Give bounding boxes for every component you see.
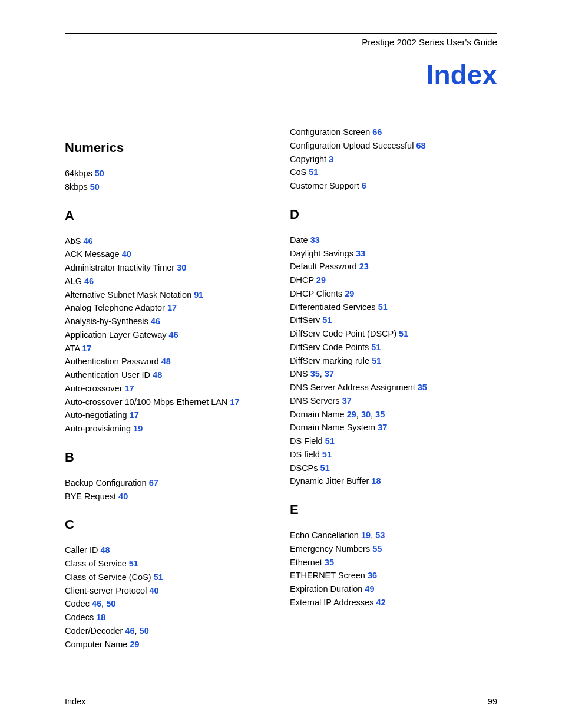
page-ref[interactable]: 42: [376, 598, 385, 607]
page-ref[interactable]: 51: [325, 436, 335, 446]
page-ref[interactable]: 17: [230, 397, 239, 407]
page-ref[interactable]: 33: [310, 235, 320, 245]
page-ref[interactable]: 18: [371, 476, 381, 486]
page-ref[interactable]: 37: [325, 369, 334, 378]
page-ref[interactable]: 51: [322, 315, 332, 325]
page-ref[interactable]: 51: [378, 302, 388, 312]
page-ref[interactable]: 51: [320, 463, 330, 473]
page-ref[interactable]: 51: [372, 356, 381, 365]
page-ref[interactable]: 17: [130, 410, 139, 420]
index-entry: ALG 46: [65, 275, 272, 288]
index-entry: Configuration Upload Successful 68: [290, 140, 497, 153]
page-ref[interactable]: 46: [125, 626, 134, 635]
page-ref[interactable]: 19: [133, 424, 143, 433]
index-term: Authentication Password: [65, 357, 161, 366]
page-ref[interactable]: 6: [362, 181, 366, 190]
page-ref[interactable]: 46: [151, 317, 160, 326]
separator: ,: [371, 531, 375, 540]
index-entry: External IP Addresses 42: [290, 597, 497, 610]
index-entry: Analog Telephone Adaptor 17: [65, 302, 272, 315]
page-ref[interactable]: 35: [325, 558, 334, 567]
page-ref[interactable]: 51: [371, 342, 381, 352]
page-ref[interactable]: 50: [140, 626, 149, 635]
page-ref[interactable]: 49: [365, 584, 374, 594]
page-ref[interactable]: 29: [316, 275, 326, 285]
index-entry: DNS Server Address Assignment 35: [290, 381, 497, 394]
index-entry: Date 33: [290, 234, 497, 247]
page-ref[interactable]: 48: [161, 357, 171, 366]
page-ref[interactable]: 68: [416, 141, 425, 150]
page-ref[interactable]: 55: [372, 544, 382, 554]
index-entry: DHCP Clients 29: [290, 288, 497, 301]
index-term: Administrator Inactivity Timer: [65, 263, 177, 272]
separator: ,: [135, 626, 140, 635]
index-term: Codec: [65, 599, 92, 608]
page-ref[interactable]: 30: [361, 410, 371, 419]
page-ref[interactable]: 48: [100, 545, 110, 555]
page-ref[interactable]: 91: [194, 290, 203, 299]
section-heading: D: [290, 207, 497, 222]
index-entry: Codec 46, 50: [65, 598, 272, 611]
page-ref[interactable]: 29: [347, 410, 356, 419]
index-entry: ACK Message 40: [65, 248, 272, 261]
index-entry: Configuration Screen 66: [290, 126, 497, 139]
page-ref[interactable]: 17: [125, 384, 134, 393]
separator: ,: [101, 599, 106, 608]
page-ref[interactable]: 37: [378, 423, 387, 432]
page: Prestige 2002 Series User's Guide Index …: [0, 0, 562, 706]
index-term: BYE Request: [65, 492, 118, 501]
page-ref[interactable]: 35: [310, 369, 320, 378]
index-term: DSCPs: [290, 463, 320, 473]
page-ref[interactable]: 17: [167, 303, 177, 312]
index-term: Differentiated Services: [290, 302, 378, 312]
index-term: 64kbps: [65, 169, 95, 178]
page-ref[interactable]: 17: [82, 344, 91, 353]
page-ref[interactable]: 40: [149, 586, 158, 595]
page-ref[interactable]: 46: [169, 330, 178, 340]
page-ref[interactable]: 46: [83, 236, 92, 246]
page-ref[interactable]: 33: [356, 249, 365, 258]
page-ref[interactable]: 3: [329, 154, 333, 164]
index-term: Ethernet: [290, 558, 325, 567]
page-ref[interactable]: 29: [130, 640, 139, 649]
page-ref[interactable]: 50: [106, 599, 115, 608]
index-entry: DS field 51: [290, 449, 497, 462]
page-ref[interactable]: 35: [375, 410, 385, 419]
index-term: ETHERNET Screen: [290, 571, 368, 580]
page-ref[interactable]: 53: [375, 531, 385, 540]
index-entry: Customer Support 6: [290, 180, 497, 193]
page-ref[interactable]: 37: [342, 396, 352, 406]
page-ref[interactable]: 40: [118, 492, 128, 501]
page-ref[interactable]: 50: [95, 169, 104, 178]
index-entry: DNS 35, 37: [290, 368, 497, 381]
page-ref[interactable]: 66: [372, 127, 382, 137]
page-ref[interactable]: 35: [418, 383, 427, 392]
page-ref[interactable]: 40: [122, 249, 131, 259]
page-ref[interactable]: 67: [149, 478, 158, 487]
page-ref[interactable]: 51: [309, 167, 318, 177]
index-term: DiffServ marking rule: [290, 356, 372, 365]
index-term: Emergency Numbers: [290, 544, 372, 554]
page-ref[interactable]: 51: [129, 559, 138, 568]
page-ref[interactable]: 51: [322, 450, 332, 459]
page-ref[interactable]: 46: [84, 276, 94, 286]
index-entry: CoS 51: [290, 166, 497, 179]
page-ref[interactable]: 18: [96, 612, 105, 622]
page-ref[interactable]: 23: [359, 262, 369, 271]
page-ref[interactable]: 48: [153, 370, 162, 380]
page-ref[interactable]: 29: [345, 289, 354, 298]
page-title: Index: [65, 59, 497, 91]
index-term: Application Layer Gateway: [65, 330, 169, 340]
page-ref[interactable]: 51: [154, 572, 163, 582]
page-ref[interactable]: 36: [368, 571, 377, 580]
page-ref[interactable]: 50: [90, 182, 100, 192]
index-entry: Copyright 3: [290, 153, 497, 166]
page-ref[interactable]: 19: [361, 531, 371, 540]
page-ref[interactable]: 46: [92, 599, 101, 608]
index-term: Analysis-by-Synthesis: [65, 317, 151, 326]
page-ref[interactable]: 30: [177, 263, 186, 272]
index-term: Default Password: [290, 262, 359, 271]
index-entry: DiffServ Code Point (DSCP) 51: [290, 328, 497, 341]
page-ref[interactable]: 51: [399, 329, 408, 338]
index-term: DiffServ Code Points: [290, 342, 371, 352]
